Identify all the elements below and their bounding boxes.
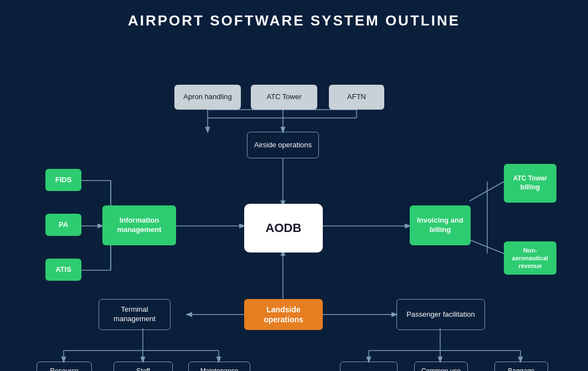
atis-node: ATIS [45,259,81,281]
fids-node: FIDS [45,169,81,191]
svg-line-16 [470,240,504,254]
airside-operations-node: Airside operations [247,132,319,158]
maintenance-monitoring-node: Maintenance and monitoring [188,362,250,371]
border-control-node: Border control [340,362,398,371]
invoicing-billing-node: Invoicing and billing [410,205,471,245]
passenger-facilitation-node: Passenger facilitation [396,299,485,330]
apron-handling-node: Apron handling [174,85,241,110]
resource-management-node: Resource management [37,362,92,371]
aodb-node: AODB [244,204,323,253]
non-aero-node: Non-aeronautical revenue [504,241,556,275]
svg-line-15 [470,182,504,201]
aftn-node: AFTN [329,85,384,110]
landside-operations-node: Landside operations [244,299,323,330]
pa-node: PA [45,214,81,236]
staff-management-node: Staff management [114,362,173,371]
atc-tower-node: ATC Tower [251,85,317,110]
information-management-node: Information management [102,205,176,245]
common-use-node: Common use services [414,362,468,371]
terminal-management-node: Terminal management [99,299,171,330]
baggage-handling-node: Baggage handling [494,362,548,371]
atc-tower-billing-node: ATC Tower billing [504,164,556,203]
page-title: AIRPORT SOFTWARE SYSTEM OUTLINE [0,0,588,35]
